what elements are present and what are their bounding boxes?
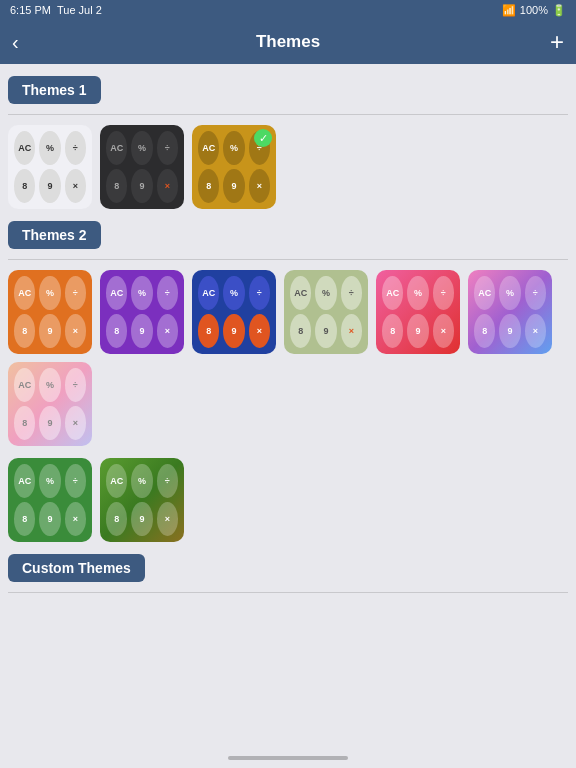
btn-9: 9: [223, 314, 244, 348]
btn-9: 9: [223, 169, 244, 203]
theme-tile-purple[interactable]: AC % ÷ 8 9 ×: [100, 270, 184, 354]
btn-div: ÷: [525, 276, 546, 310]
btn-ac: AC: [106, 464, 127, 498]
themes2-row2: AC % ÷ 8 9 × AC % ÷ 8 9 ×: [8, 458, 568, 542]
themes1-button[interactable]: Themes 1: [8, 76, 101, 104]
btn-pct: %: [315, 276, 336, 310]
btn-8: 8: [14, 406, 35, 440]
theme-tile-mutedgreen[interactable]: AC % ÷ 8 9 ×: [284, 270, 368, 354]
btn-9: 9: [39, 502, 60, 536]
section-custom-themes: Custom Themes: [8, 554, 568, 593]
date: Tue Jul 2: [57, 4, 102, 16]
btn-x: ×: [65, 502, 86, 536]
selected-checkmark: ✓: [254, 129, 272, 147]
btn-x: ×: [65, 314, 86, 348]
btn-x: ×: [157, 169, 178, 203]
btn-div: ÷: [65, 368, 86, 402]
btn-ac: AC: [198, 276, 219, 310]
btn-9: 9: [131, 502, 152, 536]
status-right: 📶 100% 🔋: [502, 4, 566, 17]
btn-9: 9: [131, 314, 152, 348]
theme-tile-gold[interactable]: AC % ÷ 8 9 × ✓: [192, 125, 276, 209]
btn-x: ×: [157, 314, 178, 348]
btn-ac: AC: [14, 368, 35, 402]
theme-tile-orange[interactable]: AC % ÷ 8 9 ×: [8, 270, 92, 354]
btn-pct: %: [131, 276, 152, 310]
btn-pct: %: [39, 131, 60, 165]
theme-tile-pinkred[interactable]: AC % ÷ 8 9 ×: [376, 270, 460, 354]
btn-ac: AC: [198, 131, 219, 165]
btn-ac: AC: [106, 131, 127, 165]
section-themes2: Themes 2 AC % ÷ 8 9 × AC % ÷ 8 9 ×: [8, 221, 568, 542]
btn-9: 9: [499, 314, 520, 348]
btn-ac: AC: [106, 276, 127, 310]
battery-label: 100%: [520, 4, 548, 16]
time: 6:15 PM: [10, 4, 51, 16]
btn-pct: %: [499, 276, 520, 310]
btn-pct: %: [39, 368, 60, 402]
btn-x: ×: [65, 406, 86, 440]
home-indicator: [228, 756, 348, 760]
status-bar: 6:15 PM Tue Jul 2 📶 100% 🔋: [0, 0, 576, 20]
btn-div: ÷: [65, 131, 86, 165]
btn-8: 8: [198, 314, 219, 348]
btn-pct: %: [131, 131, 152, 165]
btn-8: 8: [382, 314, 403, 348]
btn-8: 8: [106, 502, 127, 536]
add-button[interactable]: +: [534, 28, 564, 56]
btn-8: 8: [198, 169, 219, 203]
btn-x: ×: [433, 314, 454, 348]
btn-9: 9: [39, 169, 60, 203]
btn-9: 9: [407, 314, 428, 348]
btn-ac: AC: [14, 464, 35, 498]
themes2-button[interactable]: Themes 2: [8, 221, 101, 249]
theme-tile-pastel[interactable]: AC % ÷ 8 9 ×: [8, 362, 92, 446]
btn-ac: AC: [474, 276, 495, 310]
btn-x: ×: [249, 169, 270, 203]
btn-ac: AC: [382, 276, 403, 310]
btn-x: ×: [65, 169, 86, 203]
btn-pct: %: [223, 276, 244, 310]
nav-title: Themes: [256, 32, 320, 52]
btn-ac: AC: [14, 131, 35, 165]
btn-9: 9: [131, 169, 152, 203]
nav-bar: ‹ Themes +: [0, 20, 576, 64]
btn-pct: %: [39, 464, 60, 498]
btn-x: ×: [341, 314, 362, 348]
theme-tile-white[interactable]: AC % ÷ 8 9 ×: [8, 125, 92, 209]
status-left: 6:15 PM Tue Jul 2: [10, 4, 102, 16]
custom-themes-button[interactable]: Custom Themes: [8, 554, 145, 582]
btn-div: ÷: [157, 276, 178, 310]
btn-x: ×: [249, 314, 270, 348]
btn-8: 8: [106, 169, 127, 203]
battery-icon: 🔋: [552, 4, 566, 17]
btn-9: 9: [39, 314, 60, 348]
theme-tile-bluedark[interactable]: AC % ÷ 8 9 ×: [192, 270, 276, 354]
theme-tile-green1[interactable]: AC % ÷ 8 9 ×: [8, 458, 92, 542]
btn-8: 8: [14, 169, 35, 203]
btn-8: 8: [290, 314, 311, 348]
divider3: [8, 592, 568, 593]
back-button[interactable]: ‹: [12, 31, 42, 54]
wifi-icon: 📶: [502, 4, 516, 17]
btn-9: 9: [315, 314, 336, 348]
section-themes1: Themes 1 AC % ÷ 8 9 × AC % ÷ 8 9 ×: [8, 76, 568, 209]
btn-div: ÷: [157, 131, 178, 165]
btn-div: ÷: [433, 276, 454, 310]
btn-pct: %: [223, 131, 244, 165]
btn-ac: AC: [14, 276, 35, 310]
btn-8: 8: [14, 314, 35, 348]
divider2: [8, 259, 568, 260]
theme-tile-dark[interactable]: AC % ÷ 8 9 ×: [100, 125, 184, 209]
btn-div: ÷: [65, 276, 86, 310]
theme-tile-rainbow[interactable]: AC % ÷ 8 9 ×: [468, 270, 552, 354]
theme-tile-green2[interactable]: AC % ÷ 8 9 ×: [100, 458, 184, 542]
themes1-row: AC % ÷ 8 9 × AC % ÷ 8 9 × AC % ÷ 8: [8, 125, 568, 209]
divider1: [8, 114, 568, 115]
themes2-row: AC % ÷ 8 9 × AC % ÷ 8 9 × AC % ÷ 8: [8, 270, 568, 446]
btn-div: ÷: [249, 276, 270, 310]
btn-8: 8: [106, 314, 127, 348]
btn-div: ÷: [65, 464, 86, 498]
btn-div: ÷: [157, 464, 178, 498]
btn-x: ×: [525, 314, 546, 348]
